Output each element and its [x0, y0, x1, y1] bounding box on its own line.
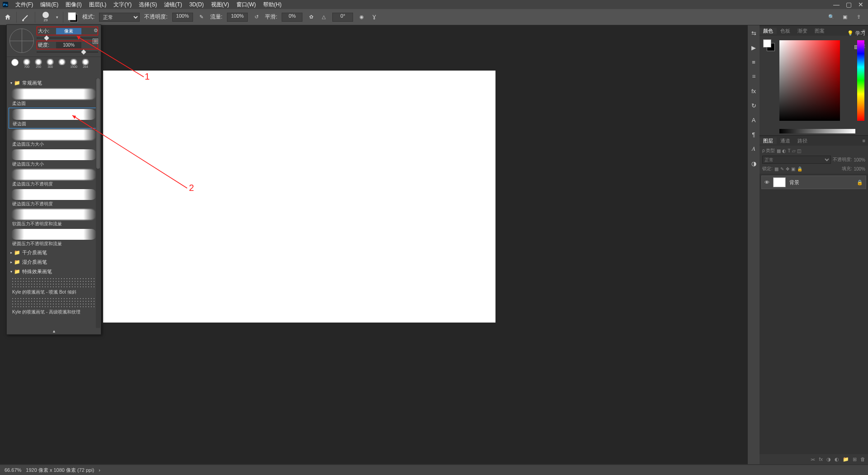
folder-general[interactable]: ▾📁 常规画笔 [9, 78, 99, 88]
share-icon[interactable]: ⇪ [854, 13, 863, 21]
lock-move-icon[interactable]: ✥ [786, 166, 789, 171]
visibility-icon[interactable]: 👁 [764, 180, 769, 185]
hue-slider[interactable] [857, 40, 864, 121]
brush-item[interactable] [11, 229, 96, 240]
brush-item[interactable] [11, 169, 96, 180]
strip-icon[interactable]: ≡ [750, 58, 758, 66]
tab-gradient[interactable]: 渐变 [794, 28, 811, 34]
menu-type[interactable]: 文字(Y) [110, 1, 135, 9]
fg-color-swatch[interactable] [763, 39, 771, 48]
menu-select[interactable]: 选择(S) [135, 1, 160, 9]
menu-filter[interactable]: 滤镜(T) [160, 1, 185, 9]
hardness-slider-thumb[interactable] [81, 49, 86, 54]
menu-file[interactable]: 文件(F) [12, 1, 37, 9]
filter-pixel-icon[interactable]: ▦ [777, 148, 781, 153]
brush-list-scrollbar[interactable] [96, 78, 100, 328]
symmetry-icon[interactable]: Ɣ [370, 13, 378, 21]
strip-icon[interactable]: fx [750, 87, 758, 95]
brush-item[interactable] [11, 149, 96, 160]
doc-info[interactable]: 1920 像素 x 1080 像素 (72 ppi) [26, 467, 94, 474]
trash-icon[interactable]: 🗑 [860, 456, 865, 462]
home-icon[interactable] [4, 14, 12, 21]
recent-brush[interactable]: 250 [33, 59, 44, 70]
canvas[interactable] [103, 71, 495, 323]
strip-icon[interactable]: ↻ [750, 101, 758, 109]
angle-input[interactable]: 0° [332, 13, 353, 22]
tab-swatches[interactable]: 色板 [777, 28, 794, 34]
minimize-icon[interactable]: — [833, 1, 840, 8]
filter-type-icon[interactable]: T [788, 148, 790, 153]
brush-item[interactable] [11, 277, 96, 288]
zoom-readout[interactable]: 66.67% [5, 467, 21, 473]
filter-shape-icon[interactable]: ▱ [792, 148, 796, 153]
strip-icon[interactable]: ⇆ [750, 29, 758, 37]
folder-wet[interactable]: ▸📁 湿介质画笔 [9, 257, 99, 267]
menu-edit[interactable]: 编辑(E) [37, 1, 62, 9]
brush-tool-icon[interactable] [21, 13, 30, 22]
workspace-icon[interactable]: ▣ [841, 13, 849, 21]
strip-icon[interactable]: ⌗ [750, 72, 758, 81]
lock-all-icon[interactable]: 🔒 [797, 166, 802, 171]
brush-item[interactable] [11, 89, 96, 100]
link-icon[interactable]: ⫘ [810, 456, 815, 462]
menu-layer[interactable]: 图层(L) [85, 1, 110, 9]
recent-brush[interactable] [57, 59, 67, 70]
layer-name[interactable]: 背景 [789, 179, 799, 186]
mask-icon[interactable]: ◑ [826, 456, 831, 462]
menu-help[interactable]: 帮助(H) [259, 1, 285, 9]
brush-item[interactable] [11, 297, 96, 308]
tab-channels[interactable]: 通道 [777, 138, 794, 144]
flow-input[interactable]: 100% [227, 13, 248, 22]
strip-icon[interactable]: A [750, 116, 758, 124]
layer-row[interactable]: 👁 背景 🔒 [761, 176, 866, 189]
menu-view[interactable]: 视图(V) [208, 1, 233, 9]
chevron-down-icon[interactable]: ▾ [56, 15, 58, 19]
adjust-icon[interactable]: ◐ [835, 456, 839, 462]
lock-position-icon[interactable]: ✎ [780, 166, 784, 171]
search-icon[interactable]: 🔍 [827, 13, 835, 21]
strip-icon[interactable]: 𝐴 [750, 145, 758, 153]
brush-preset-picker[interactable]: 29 [40, 11, 52, 23]
new-layer-icon[interactable]: ⊞ [853, 456, 857, 462]
maximize-icon[interactable]: ▢ [846, 1, 852, 8]
tab-pattern[interactable]: 图案 [811, 28, 828, 34]
opacity-input[interactable]: 100% [172, 13, 193, 22]
airbrush-icon[interactable]: ↺ [252, 13, 260, 21]
lock-artboard-icon[interactable]: ▣ [791, 166, 795, 171]
brush-item[interactable] [11, 209, 96, 220]
layer-opacity-value[interactable]: 100% [854, 157, 865, 162]
brush-item[interactable] [11, 189, 96, 200]
layer-thumbnail[interactable] [773, 177, 786, 187]
strip-icon[interactable]: ¶ [750, 130, 758, 138]
hardness-input[interactable] [56, 42, 81, 48]
panel-menu-icon[interactable]: ≡ [860, 138, 868, 143]
brush-item-selected[interactable] [12, 109, 96, 120]
menu-3d[interactable]: 3D(D) [186, 1, 208, 8]
color-swap-icon[interactable] [68, 12, 78, 22]
panel-gear-icon[interactable]: ⚙ [94, 28, 98, 33]
size-input[interactable] [56, 28, 81, 34]
chevron-right-icon[interactable]: › [99, 467, 100, 473]
smooth-gear-icon[interactable]: ✿ [307, 13, 315, 21]
recent-brush[interactable]: 1500 [68, 59, 79, 70]
tab-color[interactable]: 颜色 [760, 28, 777, 34]
recent-brush[interactable]: 284 [80, 59, 91, 70]
group-icon[interactable]: 📁 [843, 456, 849, 462]
fx-icon[interactable]: fx [819, 456, 823, 462]
pressure-opacity-icon[interactable]: ✎ [198, 13, 206, 21]
recent-brush[interactable]: 300 [45, 59, 56, 70]
brush-angle-widget[interactable] [9, 28, 34, 53]
smooth-input[interactable]: 0% [282, 13, 302, 22]
filter-adjust-icon[interactable]: ◐ [782, 148, 786, 153]
tab-layers[interactable]: 图层 [760, 138, 777, 144]
recent-brush[interactable]: 700 [21, 59, 32, 70]
menu-window[interactable]: 窗口(W) [233, 1, 259, 9]
close-icon[interactable]: ✕ [858, 1, 863, 8]
folder-dry[interactable]: ▸📁 干介质画笔 [9, 248, 99, 257]
lock-pixels-icon[interactable]: ▦ [774, 166, 778, 171]
menu-image[interactable]: 图像(I) [62, 1, 85, 9]
filter-smart-icon[interactable]: ◫ [797, 148, 801, 153]
strip-icon[interactable]: ◑ [750, 159, 758, 167]
size-slider-thumb[interactable] [44, 35, 49, 40]
color-field[interactable] [779, 40, 840, 121]
